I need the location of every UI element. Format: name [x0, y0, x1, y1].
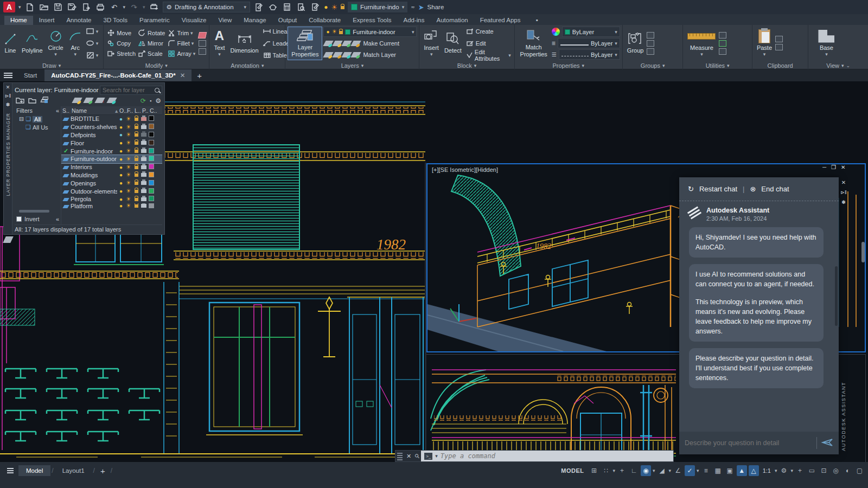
collapse-caret[interactable]: ≂: [411, 4, 415, 10]
ortho-icon[interactable]: ∟: [629, 465, 639, 476]
isodraft-caret[interactable]: ▾: [669, 468, 672, 473]
palette-close-icon[interactable]: ✕: [6, 85, 10, 90]
tab-manage[interactable]: Manage: [238, 16, 272, 25]
pause-icon[interactable]: ▪: [150, 98, 151, 104]
restart-icon[interactable]: ↻: [688, 185, 694, 193]
new-filter-icon[interactable]: [16, 97, 24, 105]
find-in-doc-icon[interactable]: [296, 2, 307, 12]
color-dropdown[interactable]: ByLayer▾: [562, 27, 620, 37]
chat-scrollbar[interactable]: [835, 266, 838, 326]
layer-dropdown[interactable]: ● ☀ Furniture-indoor ▾: [323, 27, 417, 37]
assistant-close-icon[interactable]: ✕: [841, 179, 846, 185]
sun-icon[interactable]: ☀: [331, 3, 337, 11]
panel-label-block[interactable]: Block▾: [419, 61, 514, 69]
lineweight-dropdown[interactable]: ByLayer▾: [558, 38, 620, 48]
stretch-button[interactable]: Stretch: [106, 48, 137, 59]
layer-search-input[interactable]: [103, 87, 152, 93]
new-layer-frozen-icon[interactable]: [85, 97, 92, 105]
layer-columns-header[interactable]: S.. Name ▴ O.. F.. L.. P.. C..: [61, 106, 162, 115]
model-space-button[interactable]: MODEL: [561, 467, 584, 474]
tree-scroll-thumb[interactable]: [19, 210, 49, 213]
undo-icon[interactable]: ↶: [109, 2, 120, 12]
tab-add-ins[interactable]: Add-ins: [398, 16, 431, 25]
layer-search-icon[interactable]: [155, 88, 159, 93]
doc-close-icon[interactable]: ✕: [841, 164, 845, 170]
lineweight-display-icon[interactable]: ≡: [701, 465, 711, 476]
panel-label-utilities[interactable]: Utilities▾: [683, 61, 751, 69]
layout1-tab[interactable]: Layout1: [55, 465, 92, 476]
match-layer-button[interactable]: Match Layer: [323, 49, 417, 60]
grid-icon[interactable]: ⊞: [589, 465, 599, 476]
layer-row[interactable]: Interiors●☀: [61, 163, 162, 171]
isodraft-icon[interactable]: ◢: [657, 465, 667, 476]
collapse-tree-icon[interactable]: «: [56, 216, 59, 222]
make-current-button[interactable]: Make Current: [323, 38, 417, 48]
refresh-icon[interactable]: ⟳: [141, 97, 146, 105]
edit-block-button[interactable]: Edit: [465, 38, 512, 48]
measure-button[interactable]: Measure▾: [685, 27, 718, 60]
polar-caret[interactable]: ▾: [653, 468, 655, 473]
sheet-pencil-icon[interactable]: [253, 2, 264, 12]
osnap-icon[interactable]: ✓: [685, 465, 695, 476]
batch-plot-icon[interactable]: [149, 2, 159, 12]
share-icon[interactable]: ➤: [418, 3, 424, 11]
invert-filter[interactable]: Invert«: [15, 215, 61, 223]
teapot-icon[interactable]: [267, 2, 278, 12]
drawing-tab[interactable]: AutoCAD-FY25_Fire-...-Book-Cafe_01_3D*✕: [44, 69, 192, 81]
doc-minimize-icon[interactable]: ─: [822, 164, 826, 170]
dimension-button[interactable]: Dimension: [228, 27, 261, 60]
autocad-logo[interactable]: A: [3, 2, 15, 12]
layer-properties-button[interactable]: Layer Properties: [288, 27, 322, 60]
layer-row[interactable]: Pergola●☀: [61, 195, 162, 203]
logo-menu-caret[interactable]: ▾: [18, 4, 21, 10]
fillet-button[interactable]: Fillet▾: [167, 38, 197, 48]
group-filter-icon[interactable]: [28, 97, 36, 105]
tab-automation[interactable]: Automation: [431, 16, 474, 25]
move-button[interactable]: Move: [106, 28, 137, 38]
end-chat-button[interactable]: End chat: [761, 185, 789, 193]
share-label[interactable]: Share: [427, 4, 444, 10]
layer-row[interactable]: Mouldings●☀: [61, 171, 162, 179]
bulb-on-icon[interactable]: ●: [324, 3, 328, 11]
plot-icon[interactable]: [95, 2, 106, 12]
scale-button[interactable]: Scale: [137, 48, 166, 59]
tab-express-tools[interactable]: Express Tools: [347, 16, 397, 25]
snap-icon[interactable]: ∷: [601, 465, 611, 476]
lock-ui-icon[interactable]: ⊡: [819, 465, 829, 476]
command-drag-handle[interactable]: [397, 452, 403, 460]
clean-screen-icon[interactable]: ▢: [854, 465, 865, 476]
open-file-icon[interactable]: [39, 2, 49, 12]
tab-visualize[interactable]: Visualize: [176, 16, 213, 25]
palette-properties-icon[interactable]: ✽: [6, 102, 10, 107]
layer-row-selected[interactable]: Furniture-outdoor●☀: [61, 155, 162, 163]
command-field[interactable]: >_ ▾: [421, 451, 673, 461]
viewport-label[interactable]: [+][SE Isometric][Hidden]: [432, 166, 498, 173]
hatch-tool[interactable]: ▾: [85, 50, 100, 60]
paste-button[interactable]: Paste▾: [755, 27, 774, 60]
selection-cycling-icon[interactable]: ▣: [725, 465, 735, 476]
panel-label-modify[interactable]: Modify▾: [104, 61, 209, 69]
layout-menu-icon[interactable]: [3, 468, 17, 473]
rotate-button[interactable]: Rotate: [137, 28, 166, 38]
calculator-icon[interactable]: [282, 2, 292, 12]
layer-search-box[interactable]: [100, 86, 162, 95]
new-layer-icon[interactable]: [73, 97, 81, 105]
tab-output[interactable]: Output: [272, 16, 303, 25]
erase-icon[interactable]: [198, 32, 207, 38]
undo-caret[interactable]: ▾: [123, 4, 126, 10]
layer-row[interactable]: Platform●☀: [61, 203, 162, 209]
tab-home[interactable]: Home: [4, 16, 33, 25]
edit-doc-icon[interactable]: [310, 2, 321, 12]
base-button[interactable]: Base▾: [816, 27, 837, 60]
line-button[interactable]: Line: [2, 27, 18, 60]
layer-row-current[interactable]: ✓Furniture-indoor●☀: [61, 147, 162, 155]
panel-label-view[interactable]: View▾⌄: [808, 61, 868, 69]
tree-item-all-used[interactable]: ❏All Us: [15, 123, 61, 131]
copy-clip-icon[interactable]: [775, 44, 783, 50]
copy-button[interactable]: Copy: [106, 38, 137, 48]
tab-annotate[interactable]: Annotate: [60, 16, 97, 25]
new-drawing-icon[interactable]: +: [193, 69, 206, 81]
detect-button[interactable]: Detect: [442, 27, 464, 60]
ribbon-options-icon[interactable]: ▪: [530, 16, 544, 25]
linetype-dropdown[interactable]: ByLayer▾: [559, 49, 620, 60]
